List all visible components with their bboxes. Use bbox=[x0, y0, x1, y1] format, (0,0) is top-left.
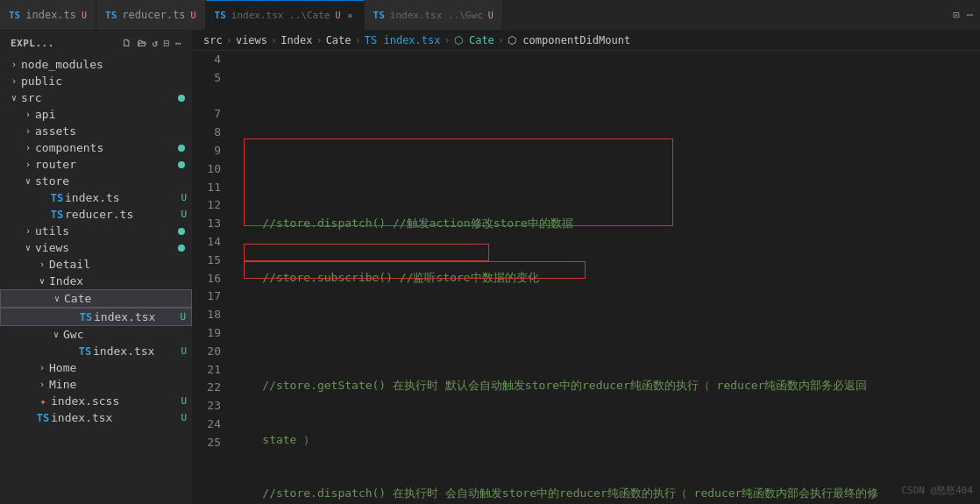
breadcrumb-part: views bbox=[236, 34, 267, 46]
new-file-icon[interactable]: 🗋 bbox=[122, 38, 132, 49]
sidebar-item-label: router bbox=[35, 158, 178, 171]
ts-icon: TS bbox=[105, 10, 117, 21]
sidebar-item-label: api bbox=[35, 108, 192, 121]
code-line bbox=[235, 323, 980, 340]
modified-badge: U bbox=[181, 395, 187, 407]
sidebar-item-label: Mine bbox=[49, 378, 192, 391]
arrow-icon: › bbox=[7, 76, 21, 86]
arrow-icon: › bbox=[21, 160, 35, 169]
sidebar-item-label: index.tsx bbox=[93, 344, 181, 358]
ts-file-icon: TS bbox=[78, 311, 94, 323]
explorer-title: EXPL... bbox=[11, 38, 54, 49]
arrow-icon: ∨ bbox=[35, 276, 49, 286]
sidebar-item-home[interactable]: › Home bbox=[0, 359, 192, 376]
ts-icon: TS bbox=[373, 10, 385, 21]
sidebar-item-label: index.tsx bbox=[51, 411, 181, 424]
editor-area: src › views › Index › Cate › TS index.ts… bbox=[193, 31, 980, 504]
sidebar-item-index-scss[interactable]: ✦ index.scss U bbox=[0, 393, 192, 409]
breadcrumb: src › views › Index › Cate › TS index.ts… bbox=[193, 31, 980, 51]
arrow-icon: ∨ bbox=[21, 243, 35, 252]
sidebar-item-label: reducer.ts bbox=[65, 208, 181, 221]
sidebar-header: EXPL... 🗋 🗁 ↺ ⊟ ⋯ bbox=[0, 31, 192, 56]
arrow-icon: › bbox=[21, 110, 35, 119]
breadcrumb-part: ⬡ Cate bbox=[454, 34, 494, 46]
status-badge bbox=[178, 245, 185, 252]
ts-icon: TS bbox=[9, 10, 20, 21]
sidebar-item-label: index.tsx bbox=[94, 310, 180, 323]
tab-bar: TS index.ts U TS reducer.ts U TS index.t… bbox=[0, 0, 980, 31]
arrow-icon: ∨ bbox=[49, 330, 63, 339]
arrow-icon: › bbox=[21, 226, 35, 236]
breadcrumb-part: Index bbox=[281, 34, 312, 46]
sidebar-item-store[interactable]: ∨ store bbox=[0, 173, 192, 189]
arrow-icon: › bbox=[35, 259, 49, 269]
sidebar-item-cate-index[interactable]: TS index.tsx U bbox=[0, 308, 192, 326]
tab-path: index.tsx ..\Cate bbox=[231, 10, 330, 21]
code-line: state ） bbox=[235, 431, 980, 449]
tab-modified: U bbox=[82, 11, 87, 20]
sidebar-item-label: Detail bbox=[49, 258, 192, 271]
sidebar-item-api[interactable]: › api bbox=[0, 106, 192, 123]
code-lines: //store.dispatch() //触发action修改store中的数据… bbox=[228, 51, 980, 504]
sidebar-item-src[interactable]: ∨ src bbox=[0, 89, 192, 106]
sidebar-item-public[interactable]: › public bbox=[0, 73, 192, 89]
tab-index-tsx-cate[interactable]: TS index.tsx ..\Cate U ✕ bbox=[206, 0, 365, 30]
code-line: //store.dispatch() //触发action修改store中的数据 bbox=[235, 215, 980, 232]
code-container[interactable]: 4 5 7 8 9 10 11 12 13 14 15 16 17 18 19 … bbox=[193, 51, 980, 504]
more-icon[interactable]: ⋯ bbox=[175, 38, 181, 49]
collapse-icon[interactable]: ⊟ bbox=[164, 38, 170, 49]
new-folder-icon[interactable]: 🗁 bbox=[137, 38, 147, 49]
sidebar-item-views[interactable]: ∨ views bbox=[0, 239, 192, 256]
tab-close-button[interactable]: ✕ bbox=[345, 10, 354, 21]
tab-path: index.tsx ..\Gwc bbox=[390, 10, 483, 21]
sidebar-item-cate[interactable]: ∨ Cate bbox=[0, 289, 192, 308]
line-numbers: 4 5 7 8 9 10 11 12 13 14 15 16 17 18 19 … bbox=[193, 51, 228, 504]
ts-file-icon: TS bbox=[35, 412, 51, 424]
sidebar-item-detail[interactable]: › Detail bbox=[0, 256, 192, 273]
more-actions-icon[interactable]: ⋯ bbox=[967, 9, 973, 21]
tab-label: reducer.ts bbox=[122, 9, 185, 21]
breadcrumb-part: Cate bbox=[326, 34, 352, 46]
sidebar-item-store-reducer[interactable]: TS reducer.ts U bbox=[0, 206, 192, 223]
ts-file-icon: TS bbox=[49, 209, 65, 221]
sidebar-item-label: utils bbox=[35, 224, 178, 238]
sidebar-item-store-index[interactable]: TS index.ts U bbox=[0, 189, 192, 206]
sidebar-item-label: views bbox=[35, 241, 178, 254]
sidebar-header-icons: 🗋 🗁 ↺ ⊟ ⋯ bbox=[122, 38, 181, 49]
sidebar: EXPL... 🗋 🗁 ↺ ⊟ ⋯ › node_modules › publi… bbox=[0, 31, 193, 504]
arrow-icon: ∨ bbox=[7, 93, 21, 103]
tab-label: index.ts bbox=[25, 9, 76, 21]
tab-index-ts[interactable]: TS index.ts U bbox=[0, 0, 96, 30]
sidebar-item-label: src bbox=[21, 91, 178, 104]
ts-file-icon: TS bbox=[49, 192, 65, 204]
sidebar-item-assets[interactable]: › assets bbox=[0, 123, 192, 139]
tab-modified: U bbox=[191, 11, 196, 20]
sidebar-item-components[interactable]: › components bbox=[0, 139, 192, 156]
code-line: //store.getState() 在执行时 默认会自动触发store中的re… bbox=[235, 377, 980, 394]
breadcrumb-active: ⬡ componentDidMount bbox=[508, 34, 630, 46]
status-badge bbox=[178, 95, 185, 102]
sidebar-item-node-modules[interactable]: › node_modules bbox=[0, 56, 192, 73]
main-area: EXPL... 🗋 🗁 ↺ ⊟ ⋯ › node_modules › publi… bbox=[0, 31, 980, 504]
sidebar-item-utils[interactable]: › utils bbox=[0, 223, 192, 239]
sidebar-item-label: Gwc bbox=[63, 328, 192, 341]
sidebar-item-mine[interactable]: › Mine bbox=[0, 376, 192, 393]
split-editor-icon[interactable]: ⊡ bbox=[954, 9, 960, 21]
sidebar-item-index-folder[interactable]: ∨ Index bbox=[0, 273, 192, 289]
sidebar-item-label: assets bbox=[35, 124, 192, 138]
sidebar-item-gwc-index[interactable]: TS index.tsx U bbox=[0, 343, 192, 359]
tab-index-tsx-gwc[interactable]: TS index.tsx ..\Gwc U bbox=[365, 0, 503, 30]
sidebar-item-ts-index[interactable]: TS index.tsx U bbox=[0, 409, 192, 426]
sidebar-item-label: Index bbox=[49, 274, 192, 287]
arrow-icon: › bbox=[35, 380, 49, 389]
sidebar-item-router[interactable]: › router bbox=[0, 156, 192, 173]
sidebar-item-label: index.scss bbox=[51, 394, 181, 408]
arrow-icon: › bbox=[21, 143, 35, 153]
sidebar-item-label: store bbox=[35, 174, 192, 188]
tab-reducer-ts[interactable]: TS reducer.ts U bbox=[96, 0, 206, 30]
arrow-icon: ∨ bbox=[21, 176, 35, 186]
refresh-icon[interactable]: ↺ bbox=[153, 38, 159, 49]
sidebar-item-gwc[interactable]: ∨ Gwc bbox=[0, 326, 192, 343]
sidebar-item-label: node_modules bbox=[21, 58, 192, 71]
scss-file-icon: ✦ bbox=[35, 395, 51, 408]
